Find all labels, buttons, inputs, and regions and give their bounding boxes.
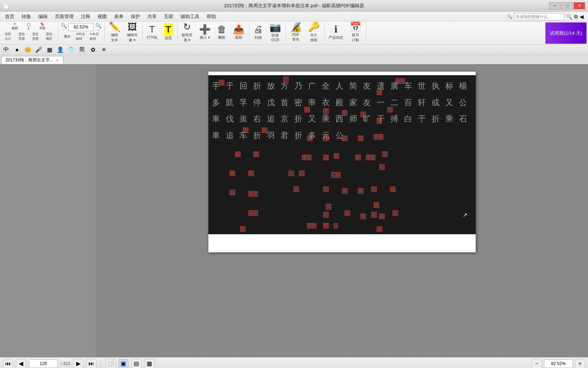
- annotation-多3: 多: [358, 188, 363, 193]
- annotation-放方: 放方: [395, 78, 405, 84]
- tool-star[interactable]: ✳: [99, 46, 108, 54]
- bookmark-button[interactable]: 🔖书签: [36, 22, 49, 30]
- menu-share[interactable]: 共享: [144, 12, 160, 21]
- zoom-out-status-button[interactable]: −: [532, 359, 542, 368]
- annotation-京: 京: [393, 210, 398, 216]
- single-page-button[interactable]: ⬜: [105, 359, 116, 368]
- zoom-in-button[interactable]: 🔍+: [94, 23, 102, 31]
- trial-badge[interactable]: 试用期(1/14 天): [545, 22, 587, 44]
- toolbar-group-page: ↻ 旋转页 面 ▾ ➕ 插入 ▾ 🗑 删除 📤 提取: [179, 22, 250, 41]
- fit-width-button[interactable]: 适合宽度: [29, 33, 42, 40]
- tool-user[interactable]: 👤: [56, 46, 65, 54]
- annotation-友3: 友: [342, 188, 347, 193]
- monthly-subscription-button[interactable]: 📅 按月 订购: [347, 23, 364, 40]
- zoom-input[interactable]: 82.52%: [68, 23, 94, 31]
- next-page-button[interactable]: ▶: [73, 359, 83, 368]
- insert-button[interactable]: ➕ 插入 ▾: [196, 23, 213, 40]
- settings-icon[interactable]: ⚙: [574, 14, 578, 20]
- typewriter-button[interactable]: T 打字机: [144, 23, 160, 40]
- annotation-世: 世: [243, 128, 248, 133]
- fit-view-button[interactable]: 适合视区: [43, 33, 56, 40]
- permanent-auth-button[interactable]: 🔑 永久 授权: [306, 23, 322, 40]
- rotate-left-button[interactable]: ↺向左旋转: [74, 33, 87, 40]
- single-scroll-button[interactable]: ▣: [118, 359, 129, 368]
- scan-button[interactable]: 🖨 扫描: [251, 23, 265, 40]
- actual-size-button[interactable]: 实际大小: [1, 33, 14, 40]
- tool-shirt[interactable]: 👕: [66, 46, 76, 54]
- reflow-button[interactable]: 重排: [61, 33, 74, 40]
- tool-grid[interactable]: ▦: [45, 46, 54, 54]
- menu-help[interactable]: 帮助: [203, 12, 220, 21]
- document-area[interactable]: 手于回折放方乃广 全人简友遗廣车 世执标楊多凱孚停 戊首密率衣殿 家友一二百轩或…: [96, 64, 588, 357]
- delete-button[interactable]: 🗑 删除: [215, 23, 229, 40]
- tool-flower[interactable]: ✿: [88, 46, 98, 54]
- close-button[interactable]: ✕: [574, 2, 585, 9]
- tool-mic[interactable]: 🎤: [34, 46, 43, 54]
- menu-edit[interactable]: 编辑: [35, 12, 51, 21]
- annotation-伐: 伐: [390, 187, 395, 192]
- annotation-人3: 人: [294, 187, 299, 192]
- tool-zh[interactable]: 中: [1, 46, 11, 54]
- maximize-button[interactable]: □: [561, 2, 573, 9]
- tool-strip: 中 ● 😊 🎤 ▦ 👤 👕 简 ✿ ✳: [0, 45, 588, 55]
- search-input[interactable]: [514, 13, 565, 20]
- toolbar-group-zoom: 🔍− 82.52% 🔍+ 重排 ↺向左旋转 ↻向右旋转: [60, 22, 105, 41]
- toolbar-group-edit: ✏️ 编辑 文本 🖼 编辑对 象 ▾: [106, 22, 143, 41]
- annotation-家: 家: [230, 171, 235, 176]
- rotate-right-button[interactable]: ↻向右旋转: [88, 33, 101, 40]
- product-info-button[interactable]: ℹ 产品信息: [326, 23, 346, 40]
- menu-protect[interactable]: 保护: [127, 12, 144, 21]
- page-input[interactable]: 126: [29, 359, 58, 368]
- first-page-button[interactable]: ⏮: [3, 359, 13, 368]
- zoom-in-status-button[interactable]: +: [575, 359, 585, 368]
- highlight-button[interactable]: T 高亮: [161, 23, 175, 40]
- menu-convert[interactable]: 转换: [18, 12, 35, 21]
- annotation-字: 字: [323, 136, 329, 141]
- menu-page-mgmt[interactable]: 页面管理: [51, 12, 77, 21]
- annotation-遗: 遗: [377, 90, 382, 95]
- tool-simplified[interactable]: 简: [77, 46, 87, 54]
- annotation-衣殿: 衣殿: [374, 134, 383, 140]
- nav-back-icon[interactable]: ◀: [580, 14, 584, 20]
- zoom-display[interactable]: 82.52%: [544, 359, 573, 368]
- annotation-全: 全: [219, 80, 224, 85]
- annotation-车3: 车: [371, 187, 377, 192]
- menu-home[interactable]: 首页: [1, 12, 18, 21]
- menu-tools[interactable]: 辅助工具: [177, 12, 203, 21]
- annotation-孚停2: 孚停: [366, 155, 375, 160]
- zoom-out-button[interactable]: 🔍−: [60, 23, 68, 31]
- fit-page-button[interactable]: 适合页面: [15, 33, 28, 40]
- tool-dot[interactable]: ●: [12, 46, 22, 54]
- annotation-或又1: 或又: [248, 191, 258, 197]
- annotation-右: 右: [345, 210, 350, 216]
- tool-emoji[interactable]: 😊: [23, 46, 33, 54]
- prev-page-button[interactable]: ◀: [16, 359, 26, 368]
- screenshot-button[interactable]: ✂ 截图: [8, 22, 21, 30]
- menu-forms[interactable]: 表单: [111, 12, 127, 21]
- minimize-button[interactable]: ─: [549, 2, 561, 9]
- two-scroll-button[interactable]: ▦: [144, 359, 155, 368]
- annotation-又1: 又: [326, 204, 331, 209]
- clipboard-button[interactable]: 📋▾: [22, 22, 35, 30]
- annotation-石: 石: [240, 226, 246, 232]
- quick-ocr-button[interactable]: 📷 快速 OCR: [267, 23, 284, 40]
- annotation-鄂: 鄂: [358, 136, 363, 141]
- menu-annotate[interactable]: 注释: [77, 12, 94, 21]
- pdf-sign-button[interactable]: 🔏 PDF 签名: [287, 23, 304, 40]
- menu-connect[interactable]: 互联: [160, 12, 177, 21]
- edit-object-button[interactable]: 🖼 编辑对 象 ▾: [124, 23, 140, 40]
- annotation-多2: 多: [355, 155, 361, 160]
- toolbar: ✂ 截图 📋▾ 🔖书签 实际大小 适合页面 适合宽度 适合视区 🔍− 82.52…: [0, 22, 588, 45]
- rotate-page-button[interactable]: ↻ 旋转页 面 ▾: [179, 23, 195, 40]
- edit-text-button[interactable]: ✏️ 编辑 文本: [106, 23, 123, 40]
- document-tab[interactable]: 2017刘翔：商周古文字... ×: [1, 56, 63, 64]
- annotation-元: 元: [382, 151, 388, 157]
- two-page-button[interactable]: ▤: [131, 359, 142, 368]
- annotation-孚停1: 孚停: [302, 155, 311, 160]
- extract-button[interactable]: 📤 提取: [230, 23, 247, 40]
- tab-close-button[interactable]: ×: [56, 57, 59, 63]
- last-page-button[interactable]: ⏭: [86, 359, 96, 368]
- annotation-搏: 搏: [323, 223, 329, 228]
- menu-view[interactable]: 视图: [94, 12, 111, 21]
- menu-bar: 首页 转换 编辑 页面管理 注释 视图 表单 保护 共享 互联 辅助工具 帮助 …: [0, 12, 588, 22]
